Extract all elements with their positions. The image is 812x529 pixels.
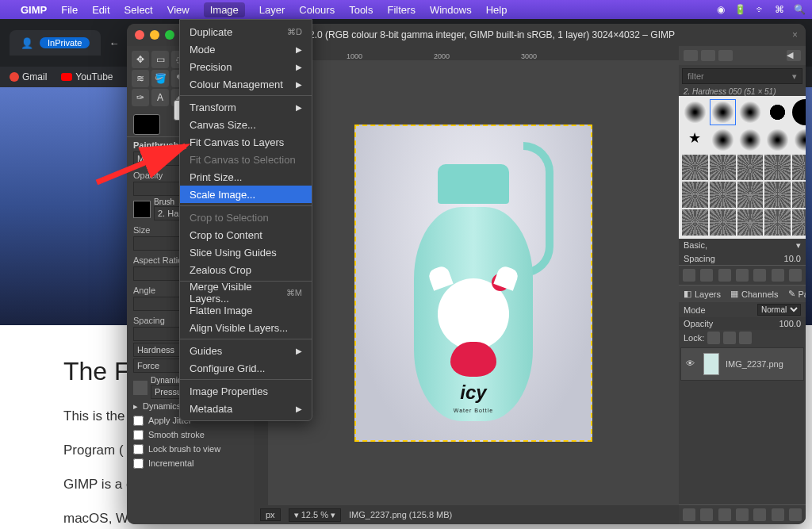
menu-colours[interactable]: Colours <box>299 4 335 16</box>
visibility-eye-icon[interactable]: 👁 <box>686 358 697 370</box>
menu-item-mode[interactable]: Mode▶ <box>180 40 312 58</box>
window-close-x-icon[interactable]: × <box>792 29 798 40</box>
menu-item-colour-management[interactable]: Colour Management▶ <box>180 75 312 93</box>
menu-image[interactable]: Image <box>204 2 245 17</box>
ruler-horizontal: 0 1000 2000 3000 <box>254 46 679 60</box>
menu-item-guides[interactable]: Guides▶ <box>180 342 312 359</box>
menu-item-merge-visible-layers-[interactable]: Merge Visible Layers...⌘M <box>180 284 312 301</box>
brush-filter-input[interactable]: filter▾ <box>682 68 802 84</box>
menu-select[interactable]: Select <box>124 4 153 16</box>
menu-help[interactable]: Help <box>486 4 508 16</box>
private-icon: 👤 <box>21 37 33 49</box>
menu-tools[interactable]: Tools <box>349 4 373 16</box>
smooth-stroke-checkbox[interactable]: Smooth stroke <box>133 427 247 442</box>
menu-item-image-properties[interactable]: Image Properties <box>180 382 312 400</box>
chevron-down-icon[interactable]: ▾ <box>796 240 801 251</box>
wifi-icon[interactable]: ᯤ <box>756 4 765 15</box>
image-menu-dropdown: Duplicate⌘DMode▶Precision▶Colour Managem… <box>179 19 312 421</box>
tool-options-title: Paintbrush <box>133 140 178 150</box>
spotlight-icon[interactable]: 🔍 <box>794 4 806 15</box>
zoom-window-button[interactable] <box>165 30 174 40</box>
menu-item-duplicate[interactable]: Duplicate⌘D <box>180 23 312 40</box>
menu-item-crop-to-content[interactable]: Crop to Content <box>180 226 312 243</box>
blend-mode-select[interactable]: Normal <box>757 304 801 316</box>
brush-tabs[interactable]: ◀ <box>679 46 806 65</box>
brush-name-label: 2. Hardness 050 (51 × 51) <box>679 87 806 96</box>
menu-windows[interactable]: Windows <box>430 4 472 16</box>
warp-tool-icon[interactable]: ≋ <box>132 70 149 87</box>
nav-back-icon[interactable]: ← <box>109 37 119 49</box>
app-name[interactable]: GIMP <box>21 4 47 16</box>
status-icons: ◉ 🔋 ᯤ ⌘ 🔍 <box>717 4 806 15</box>
brush-action-buttons[interactable] <box>679 265 806 285</box>
tab-channels[interactable]: ▦ Channels <box>730 289 778 299</box>
zoom-selector[interactable]: ▾ 12.5 % ▾ <box>289 508 341 522</box>
layer-name[interactable]: IMG_2237.png <box>726 359 783 369</box>
lock-pixels-icon[interactable] <box>707 332 720 344</box>
layer-row[interactable]: 👁 IMG_2237.png <box>680 347 804 381</box>
menu-item-scale-image-[interactable]: Scale Image... <box>180 186 312 203</box>
menu-item-fit-canvas-to-selection: Fit Canvas to Selection <box>180 151 312 168</box>
move-tool-icon[interactable]: ✥ <box>132 51 149 68</box>
menu-view[interactable]: View <box>167 4 190 16</box>
menu-item-transform[interactable]: Transform▶ <box>180 98 312 116</box>
window-controls[interactable] <box>135 30 174 40</box>
menu-item-configure-grid-[interactable]: Configure Grid... <box>180 359 312 377</box>
kitty-graphic <box>438 278 509 350</box>
menu-layer[interactable]: Layer <box>259 4 285 16</box>
menu-edit[interactable]: Edit <box>92 4 109 16</box>
fg-color-swatch[interactable] <box>133 114 160 135</box>
dynamics-icon[interactable] <box>133 381 147 395</box>
chevron-down-icon: ▾ <box>792 71 797 82</box>
canvas[interactable]: icy Water Bottle <box>268 60 679 505</box>
menu-file[interactable]: File <box>61 4 78 16</box>
close-window-button[interactable] <box>135 30 144 40</box>
battery-icon[interactable]: 🔋 <box>734 4 746 15</box>
menu-item-precision[interactable]: Precision▶ <box>180 58 312 75</box>
lock-brush-checkbox[interactable]: Lock brush to view <box>133 442 247 456</box>
menu-item-fit-canvas-to-layers[interactable]: Fit Canvas to Layers <box>180 133 312 151</box>
lock-position-icon[interactable] <box>723 332 736 344</box>
menu-item-align-visible-layers-[interactable]: Align Visible Layers... <box>180 319 312 336</box>
right-panel: ◀ filter▾ 2. Hardness 050 (51 × 51) Basi… <box>679 46 806 524</box>
layer-opacity-row[interactable]: Opacity100.0 <box>679 317 806 330</box>
macos-menubar: GIMP File Edit Select View Image Layer C… <box>0 0 812 19</box>
text-tool-icon[interactable]: A <box>151 89 169 106</box>
layers-tabs[interactable]: ◧ Layers ▦ Channels ✎ Paths <box>679 285 806 302</box>
layer-action-buttons[interactable] <box>679 504 806 524</box>
bookmark-gmail[interactable]: Gmail <box>10 71 47 82</box>
menu-filters[interactable]: Filters <box>388 4 416 16</box>
bookmark-youtube[interactable]: YouTube <box>61 71 113 82</box>
tab-paths[interactable]: ✎ Paths <box>788 289 806 299</box>
rect-select-tool-icon[interactable]: ▭ <box>151 51 169 68</box>
minimize-window-button[interactable] <box>150 30 159 40</box>
menu-item-canvas-size-[interactable]: Canvas Size... <box>180 116 312 133</box>
brush-preview[interactable] <box>133 201 151 218</box>
bucket-tool-icon[interactable]: 🪣 <box>151 70 169 87</box>
brush-grid[interactable] <box>679 96 806 239</box>
menu-item-metadata[interactable]: Metadata▶ <box>180 400 312 417</box>
unit-selector[interactable]: px <box>260 508 281 521</box>
browser-tab[interactable]: 👤 InPrivate <box>10 30 101 56</box>
image-content: icy Water Bottle <box>354 125 592 442</box>
brush-spacing-row[interactable]: Spacing10.0 <box>679 252 806 265</box>
bottle-body: icy Water Bottle <box>414 207 533 421</box>
screenrec-icon[interactable]: ◉ <box>717 4 725 15</box>
statusbar: px ▾ 12.5 % ▾ IMG_2237.png (125.8 MB) <box>254 505 679 524</box>
lock-alpha-icon[interactable] <box>739 332 752 344</box>
bottle-brand: icy <box>460 381 486 404</box>
control-center-icon[interactable]: ⌘ <box>775 4 784 15</box>
menu-item-print-size-[interactable]: Print Size... <box>180 168 312 186</box>
incremental-checkbox[interactable]: Incremental <box>133 456 247 470</box>
menu-item-flatten-image[interactable]: Flatten Image <box>180 301 312 319</box>
path-tool-icon[interactable]: ✑ <box>132 89 149 106</box>
inprivate-badge: InPrivate <box>40 37 90 48</box>
menu-item-slice-using-guides[interactable]: Slice Using Guides <box>180 243 312 261</box>
gmail-icon <box>10 72 19 82</box>
canvas-area: 0 1000 2000 3000 <box>254 46 679 524</box>
tab-layers[interactable]: ◧ Layers <box>684 289 721 299</box>
bottle-cap <box>438 164 509 204</box>
menu-item-crop-to-selection: Crop to Selection <box>180 209 312 226</box>
kitty-bow <box>492 274 509 291</box>
menu-item-zealous-crop[interactable]: Zealous Crop <box>180 261 312 278</box>
